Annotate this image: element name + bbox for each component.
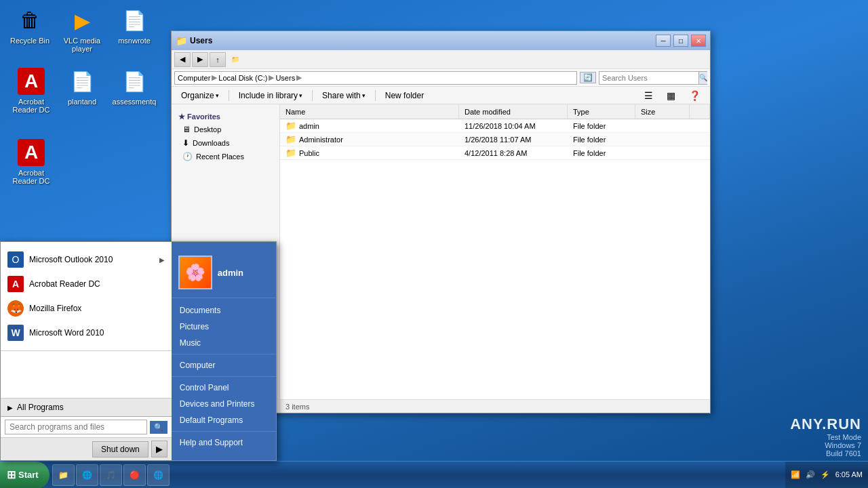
desktop-icon-acrobat[interactable]: A Acrobat Reader DC	[7, 68, 56, 114]
start-menu: O Microsoft Outlook 2010 ▶ A Acrobat Rea…	[0, 241, 277, 461]
shutdown-button[interactable]: Shut down	[92, 441, 149, 458]
anyrun-taskbar-icon: 🔴	[130, 470, 140, 480]
minimize-button[interactable]: ─	[656, 35, 671, 47]
file-type-administrator: File folder	[568, 136, 635, 144]
search-programs-button[interactable]: 🔍	[150, 421, 167, 434]
nav-downloads[interactable]: ⬇ Downloads	[172, 136, 279, 150]
chrome-taskbar-icon: 🌐	[153, 470, 163, 480]
right-link-pictures[interactable]: Pictures	[172, 319, 276, 335]
include-library-label: Include in library	[239, 91, 298, 100]
pinned-word[interactable]: W Microsoft Word 2010	[1, 321, 172, 345]
right-link-help[interactable]: Help and Support	[172, 434, 276, 451]
windows-logo-icon: ⊞	[7, 468, 16, 481]
pinned-firefox[interactable]: 🦊 Mozilla Firefox	[1, 296, 172, 321]
organize-label: Organize	[181, 91, 214, 100]
new-folder-menu[interactable]: New folder	[381, 89, 428, 102]
table-row[interactable]: 📁 admin 11/26/2018 10:04 AM File folder	[280, 119, 710, 133]
acrobat2-label: Acrobat Reader DC	[7, 169, 56, 185]
col-name[interactable]: Name	[280, 104, 459, 119]
right-link-computer[interactable]: Computer	[172, 357, 276, 373]
pinned-acrobat[interactable]: A Acrobat Reader DC	[1, 272, 172, 296]
acrobat-app-label: Acrobat Reader DC	[29, 279, 165, 289]
view-options-button[interactable]: ☰	[640, 89, 657, 102]
word-icon: W	[7, 325, 24, 341]
all-programs-arrow-icon: ▶	[7, 404, 13, 411]
nav-desktop[interactable]: 🖥 Desktop	[172, 123, 279, 136]
desktop-icon-msnwrote[interactable]: 📄 msnwrote	[110, 7, 159, 45]
explorer-title: Users	[190, 36, 653, 45]
right-link-devices[interactable]: Devices and Printers	[172, 396, 276, 412]
search-users-input[interactable]	[599, 74, 698, 82]
share-with-arrow-icon: ▾	[362, 92, 366, 99]
menu-separator2	[312, 90, 313, 101]
taskbar-ie[interactable]: 🌐	[76, 464, 98, 486]
user-name-label: admin	[218, 268, 243, 278]
right-menu-divider	[172, 354, 276, 354]
taskbar-anyrun[interactable]: 🔴	[123, 464, 146, 486]
firefox-icon: 🦊	[7, 300, 24, 317]
acrobat-sm-icon: A	[7, 276, 24, 292]
breadcrumb-sep3: ▶	[296, 73, 302, 82]
close-button[interactable]: ✕	[691, 35, 706, 47]
new-folder-label: New folder	[385, 91, 424, 100]
breadcrumb-computer[interactable]: Computer	[178, 74, 210, 82]
table-row[interactable]: 📁 Public 4/12/2011 8:28 AM File folder	[280, 146, 710, 160]
back-button[interactable]: ◀	[174, 52, 191, 67]
taskbar-media[interactable]: 🎵	[100, 464, 122, 486]
anyrun-branding: ANY.RUN Test Mode Windows 7 Build 7601	[790, 415, 861, 458]
desktop-icon-vlc[interactable]: ▶ VLC media player	[58, 7, 106, 53]
organize-menu[interactable]: Organize ▾	[177, 89, 223, 102]
view-toggle-button[interactable]: ▦	[663, 89, 679, 102]
msnwrote-label: msnwrote	[118, 37, 151, 45]
up-button[interactable]: ↑	[210, 52, 226, 67]
forward-button[interactable]: ▶	[192, 52, 208, 67]
status-text: 3 items	[285, 403, 309, 411]
pinned-outlook[interactable]: O Microsoft Outlook 2010 ▶	[1, 247, 172, 272]
desktop-icon-recycle-bin[interactable]: 🗑 Recycle Bin	[5, 7, 54, 45]
refresh-button[interactable]: 🔄	[580, 72, 596, 83]
title-bar: 📁 Users ─ □ ✕	[172, 31, 710, 50]
right-link-documents[interactable]: Documents	[172, 302, 276, 319]
col-size[interactable]: Size	[635, 104, 690, 119]
recent-places-icon: 🕐	[182, 152, 193, 161]
share-with-menu[interactable]: Share with ▾	[318, 89, 370, 102]
user-section: 🌸 admin	[172, 247, 276, 298]
taskbar-chrome[interactable]: 🌐	[147, 464, 170, 486]
share-with-label: Share with	[322, 91, 361, 100]
folder-icon: 📁	[285, 148, 296, 158]
file-date-admin: 11/26/2018 10:04 AM	[459, 122, 568, 130]
search-box-button[interactable]: 🔍	[698, 72, 707, 84]
table-row[interactable]: 📁 Administrator 1/26/2018 11:07 AM File …	[280, 133, 710, 146]
explorer-taskbar-icon: 📁	[58, 470, 68, 480]
breadcrumb-users[interactable]: Users	[275, 74, 295, 82]
favorites-title: ★ Favorites	[172, 110, 279, 123]
shutdown-arrow-button[interactable]: ▶	[151, 441, 167, 458]
start-button[interactable]: ⊞ Start	[0, 462, 50, 489]
nav-recent-places[interactable]: 🕐 Recent Places	[172, 150, 279, 163]
assessmentq-label: assessmentq	[113, 98, 157, 106]
taskbar-explorer[interactable]: 📁	[52, 464, 75, 486]
desktop-icon-acrobat2[interactable]: A Acrobat Reader DC	[7, 139, 56, 185]
desktop-icon-assessmentq[interactable]: 📄 assessmentq	[110, 68, 159, 106]
folder-icon: 📁	[285, 121, 296, 131]
plantand-icon: 📄	[68, 68, 96, 95]
all-programs-button[interactable]: ▶ All Programs	[1, 398, 172, 416]
right-link-default-programs[interactable]: Default Programs	[172, 412, 276, 428]
include-library-menu[interactable]: Include in library ▾	[235, 89, 307, 102]
col-type[interactable]: Type	[568, 104, 635, 119]
col-date-modified[interactable]: Date modified	[459, 104, 568, 119]
desktop-icon-plantand[interactable]: 📄 plantand	[58, 68, 106, 106]
organize-arrow-icon: ▾	[216, 92, 219, 99]
firefox-label: Mozilla Firefox	[29, 304, 165, 313]
tray-clock[interactable]: 6:05 AM	[835, 470, 863, 479]
right-link-music[interactable]: Music	[172, 335, 276, 351]
file-type-admin: File folder	[568, 122, 635, 130]
maximize-button[interactable]: □	[673, 35, 688, 47]
search-programs-input[interactable]	[5, 420, 147, 434]
breadcrumb-localdisk[interactable]: Local Disk (C:)	[218, 74, 267, 82]
help-button[interactable]: ❓	[685, 89, 705, 102]
menu-separator3	[375, 90, 376, 101]
anyrun-label: ANY.RUN	[790, 415, 861, 433]
system-tray: 📶 🔊 ⚡ 6:05 AM	[785, 462, 868, 488]
right-link-control-panel[interactable]: Control Panel	[172, 380, 276, 396]
